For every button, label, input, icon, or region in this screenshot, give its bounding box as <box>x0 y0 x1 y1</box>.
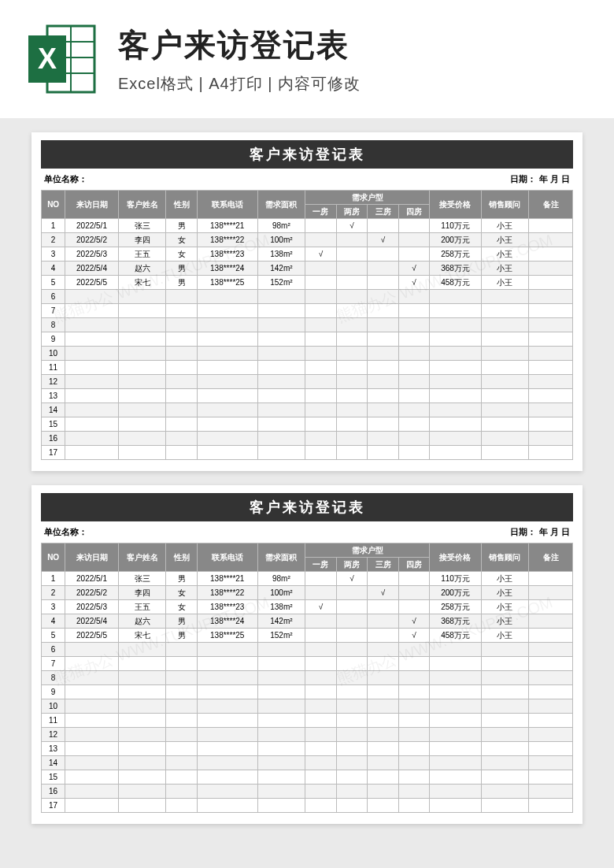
cell-r1 <box>305 318 337 332</box>
cell-name <box>118 799 166 813</box>
cell-name <box>118 657 166 671</box>
table-row: 5 2022/5/5 宋七 男 138****25 152m² √ 458万元 … <box>42 629 573 643</box>
th-room3: 三房 <box>368 558 399 572</box>
cell-phone <box>197 657 257 671</box>
cell-r3: √ <box>368 586 399 600</box>
cell-r1 <box>305 785 337 799</box>
cell-note <box>529 290 573 304</box>
cell-area <box>257 290 305 304</box>
cell-note <box>529 417 573 432</box>
table-body: 1 2022/5/1 张三 男 138****21 98m² √ 110万元 小… <box>42 219 573 460</box>
cell-r4 <box>398 785 430 799</box>
cell-note <box>529 756 573 770</box>
cell-phone <box>197 432 257 446</box>
cell-area: 100m² <box>257 233 305 247</box>
cell-gender <box>166 742 198 756</box>
cell-note <box>529 446 573 460</box>
cell-r3 <box>368 318 399 332</box>
cell-date <box>65 671 119 685</box>
cell-no: 12 <box>42 728 65 742</box>
cell-gender <box>166 756 198 770</box>
cell-gender: 男 <box>166 262 198 276</box>
cell-r3 <box>368 403 399 417</box>
th-phone: 联系电话 <box>197 191 257 219</box>
cell-r1 <box>305 629 337 643</box>
cell-r2 <box>336 332 368 347</box>
cell-r3 <box>368 347 399 361</box>
cell-r3 <box>368 756 399 770</box>
cell-date <box>65 304 119 318</box>
cell-r2 <box>336 262 368 276</box>
cell-r4 <box>398 446 430 460</box>
cell-name: 张三 <box>118 219 166 233</box>
cell-no: 15 <box>42 417 65 432</box>
th-room1: 一房 <box>305 558 337 572</box>
cell-note <box>529 262 573 276</box>
cell-gender <box>166 318 198 332</box>
cell-gender: 男 <box>166 614 198 629</box>
th-note: 备注 <box>529 543 573 572</box>
cell-date <box>65 657 119 671</box>
cell-date <box>65 714 119 728</box>
cell-note <box>529 403 573 417</box>
th-gender: 性别 <box>166 543 198 572</box>
cell-sales <box>481 657 529 671</box>
table-row: 14 <box>42 756 573 770</box>
cell-phone <box>197 417 257 432</box>
th-room4: 四房 <box>398 558 430 572</box>
th-room2: 两房 <box>336 558 368 572</box>
cell-gender <box>166 785 198 799</box>
cell-date <box>65 770 119 785</box>
cell-r2 <box>336 756 368 770</box>
table-row: 13 <box>42 742 573 756</box>
th-room2: 两房 <box>336 205 368 219</box>
cell-area <box>257 332 305 347</box>
cell-r3 <box>368 304 399 318</box>
cell-phone: 138****23 <box>197 247 257 262</box>
cell-date: 2022/5/2 <box>65 586 119 600</box>
th-room-group: 需求户型 <box>305 191 430 205</box>
cell-price <box>430 742 481 756</box>
cell-name <box>118 643 166 657</box>
th-phone: 联系电话 <box>197 543 257 572</box>
table-row: 7 <box>42 657 573 671</box>
cell-phone: 138****25 <box>197 629 257 643</box>
banner-subtitle: Excel格式 | A4打印 | 内容可修改 <box>118 73 590 95</box>
cell-name <box>118 770 166 785</box>
cell-r3 <box>368 290 399 304</box>
cell-gender <box>166 417 198 432</box>
cell-no: 3 <box>42 600 65 614</box>
cell-price <box>430 657 481 671</box>
cell-phone <box>197 756 257 770</box>
top-banner: X 客户来访登记表 Excel格式 | A4打印 | 内容可修改 <box>0 0 614 118</box>
cell-area: 152m² <box>257 629 305 643</box>
cell-r2 <box>336 290 368 304</box>
cell-name <box>118 361 166 375</box>
cell-sales: 小王 <box>481 233 529 247</box>
meta-row: 单位名称： 日期： 年 月 日 <box>41 521 573 543</box>
cell-r4 <box>398 233 430 247</box>
table-row: 7 <box>42 304 573 318</box>
cell-date: 2022/5/5 <box>65 276 119 290</box>
cell-phone: 138****22 <box>197 233 257 247</box>
cell-note <box>529 276 573 290</box>
cell-price <box>430 417 481 432</box>
cell-gender: 女 <box>166 233 198 247</box>
cell-gender <box>166 446 198 460</box>
cell-r3 <box>368 572 399 586</box>
cell-price <box>430 332 481 347</box>
cell-r4: √ <box>398 262 430 276</box>
cell-r2 <box>336 432 368 446</box>
cell-area <box>257 671 305 685</box>
cell-note <box>529 219 573 233</box>
date-label: 日期： <box>510 526 536 538</box>
cell-r3 <box>368 714 399 728</box>
cell-date: 2022/5/3 <box>65 600 119 614</box>
cell-no: 2 <box>42 233 65 247</box>
visitor-table: NO 来访日期 客户姓名 性别 联系电话 需求面积 需求户型 接受价格 销售顾问… <box>41 190 573 460</box>
cell-r4 <box>398 572 430 586</box>
cell-date <box>65 685 119 699</box>
th-no: NO <box>42 543 65 572</box>
cell-r3 <box>368 770 399 785</box>
cell-gender: 男 <box>166 572 198 586</box>
